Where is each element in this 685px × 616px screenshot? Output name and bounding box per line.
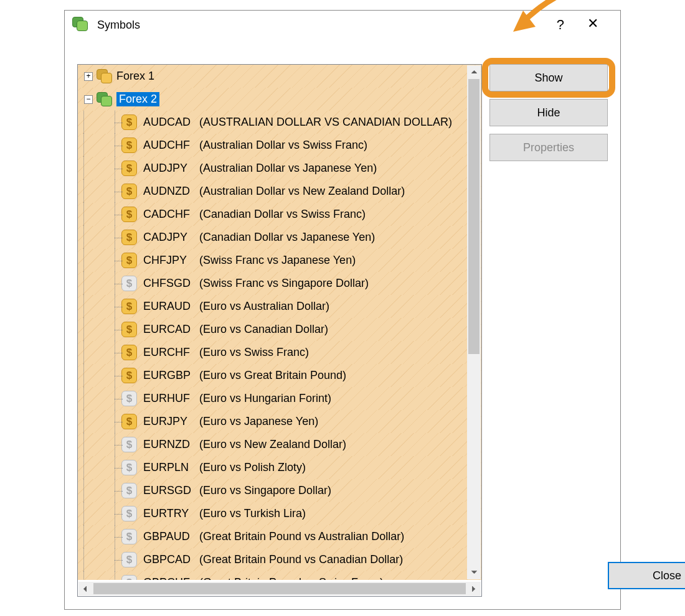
symbol-label: CHFSGD (Swiss Franc vs Singapore Dollar) xyxy=(143,277,369,290)
symbol-icon: $ xyxy=(121,575,137,580)
expand-icon[interactable]: + xyxy=(84,72,93,81)
symbol-label: AUDJPY (Australian Dollar vs Japanese Ye… xyxy=(143,162,377,175)
symbol-icon: $ xyxy=(121,391,137,406)
symbol-icon: $ xyxy=(121,437,137,452)
symbol-label: CADJPY (Canadian Dollar vs Japanese Yen) xyxy=(143,231,375,244)
symbol-icon: $ xyxy=(121,483,137,498)
tree-item[interactable]: $ CADCHF (Canadian Dollar vs Swiss Franc… xyxy=(78,203,481,226)
button-panel: Show Hide Properties Close xyxy=(489,64,608,597)
symbol-label: GBPCHF (Great Britain Pound vs Swiss Fra… xyxy=(143,576,384,580)
tree-item[interactable]: $ EURJPY (Euro vs Japanese Yen) xyxy=(78,410,481,433)
symbol-icon: $ xyxy=(121,460,137,475)
tree-item[interactable]: $ EURTRY (Euro vs Turkish Lira) xyxy=(78,502,481,525)
tree-item[interactable]: $ AUDCHF (Australian Dollar vs Swiss Fra… xyxy=(78,134,481,157)
symbol-icon: $ xyxy=(121,207,137,222)
tree-item[interactable]: $ EURCAD (Euro vs Canadian Dollar) xyxy=(78,318,481,341)
symbol-label: EURCAD (Euro vs Canadian Dollar) xyxy=(143,323,328,336)
scroll-up-icon[interactable]: ⏶ xyxy=(467,65,481,79)
symbol-label: AUDCAD (AUSTRALIAN DOLLAR VS CANADIAN DO… xyxy=(143,116,452,129)
symbol-icon: $ xyxy=(121,276,137,291)
tree-item[interactable]: $ EURGBP (Euro vs Great Britain Pound) xyxy=(78,364,481,387)
dialog-title: Symbols xyxy=(97,19,140,32)
symbol-label: EURJPY (Euro vs Japanese Yen) xyxy=(143,415,318,428)
properties-button: Properties xyxy=(489,134,608,161)
symbol-icon: $ xyxy=(121,114,137,130)
symbol-icon: $ xyxy=(121,345,137,360)
symbol-icon: $ xyxy=(121,253,137,268)
tree-item[interactable]: $ EURNZD (Euro vs New Zealand Dollar) xyxy=(78,433,481,456)
symbol-icon: $ xyxy=(121,138,137,153)
tree-view[interactable]: + Forex 1 − Forex 2 $ AUDCAD (AUSTRALIAN… xyxy=(78,65,481,580)
tree-item[interactable]: $ EURCHF (Euro vs Swiss Franc) xyxy=(78,341,481,364)
symbol-label: CHFJPY (Swiss Franc vs Japanese Yen) xyxy=(143,254,356,267)
horizontal-scroll-thumb[interactable] xyxy=(93,583,466,594)
tree-item[interactable]: $ CHFSGD (Swiss Franc vs Singapore Dolla… xyxy=(78,272,481,295)
tree-item[interactable]: $ EURSGD (Euro vs Singapore Dollar) xyxy=(78,479,481,502)
symbol-label: EURGBP (Euro vs Great Britain Pound) xyxy=(143,369,346,382)
tree-item[interactable]: $ CHFJPY (Swiss Franc vs Japanese Yen) xyxy=(78,249,481,272)
horizontal-scrollbar[interactable]: ⏴ ⏵ xyxy=(78,582,481,595)
group-label: Forex 1 xyxy=(116,70,154,83)
vertical-scroll-thumb[interactable] xyxy=(468,79,479,354)
symbol-icon: $ xyxy=(121,414,137,429)
vertical-scrollbar[interactable]: ⏶ ⏷ xyxy=(467,65,481,579)
close-icon[interactable]: ✕ xyxy=(587,16,598,32)
tree-item[interactable]: $ EURAUD (Euro vs Australian Dollar) xyxy=(78,295,481,318)
scroll-down-icon[interactable]: ⏷ xyxy=(467,566,481,579)
symbol-icon: $ xyxy=(121,529,137,544)
help-icon[interactable]: ? xyxy=(557,17,564,33)
symbol-icon: $ xyxy=(121,368,137,383)
symbol-label: CADCHF (Canadian Dollar vs Swiss Franc) xyxy=(143,208,366,221)
titlebar: Symbols ? ✕ xyxy=(65,11,620,39)
tree-panel: + Forex 1 − Forex 2 $ AUDCAD (AUSTRALIAN… xyxy=(77,64,482,597)
symbol-label: EURPLN (Euro vs Polish Zloty) xyxy=(143,461,306,474)
tree-item[interactable]: $ CADJPY (Canadian Dollar vs Japanese Ye… xyxy=(78,226,481,249)
tree-item[interactable]: $ EURPLN (Euro vs Polish Zloty) xyxy=(78,456,481,479)
scroll-right-icon[interactable]: ⏵ xyxy=(467,582,481,595)
tree-item[interactable]: $ EURHUF (Euro vs Hungarian Forint) xyxy=(78,387,481,410)
symbol-icon: $ xyxy=(121,552,137,567)
close-button[interactable]: Close xyxy=(608,562,685,589)
tree-group-forex1[interactable]: + Forex 1 xyxy=(78,65,481,88)
symbol-label: EURNZD (Euro vs New Zealand Dollar) xyxy=(143,438,346,451)
symbol-label: AUDNZD (Australian Dollar vs New Zealand… xyxy=(143,185,405,198)
symbol-icon: $ xyxy=(121,230,137,245)
symbol-icon: $ xyxy=(121,322,137,337)
symbol-label: EURCHF (Euro vs Swiss Franc) xyxy=(143,346,309,359)
collapse-icon[interactable]: − xyxy=(84,95,93,104)
symbol-label: EURAUD (Euro vs Australian Dollar) xyxy=(143,300,329,313)
group-label: Forex 2 xyxy=(116,92,159,106)
folder-icon xyxy=(97,92,113,107)
symbol-label: EURTRY (Euro vs Turkish Lira) xyxy=(143,507,306,520)
show-button[interactable]: Show xyxy=(489,64,608,91)
symbols-dialog: Symbols ? ✕ + Forex 1 − Forex 2 $ AUDCAD… xyxy=(64,10,621,610)
symbol-label: GBPCAD (Great Britain Pound vs Canadian … xyxy=(143,553,403,566)
symbol-icon: $ xyxy=(121,299,137,314)
symbol-label: AUDCHF (Australian Dollar vs Swiss Franc… xyxy=(143,139,367,152)
tree-item[interactable]: $ GBPCAD (Great Britain Pound vs Canadia… xyxy=(78,548,481,571)
symbol-icon: $ xyxy=(121,161,137,176)
folder-icon xyxy=(97,69,113,84)
tree-item[interactable]: $ GBPAUD (Great Britain Pound vs Austral… xyxy=(78,525,481,548)
tree-item[interactable]: $ AUDCAD (AUSTRALIAN DOLLAR VS CANADIAN … xyxy=(78,111,481,134)
symbols-app-icon xyxy=(72,17,90,33)
tree-item[interactable]: $ GBPCHF (Great Britain Pound vs Swiss F… xyxy=(78,571,481,580)
tree-item[interactable]: $ AUDJPY (Australian Dollar vs Japanese … xyxy=(78,157,481,180)
symbol-label: GBPAUD (Great Britain Pound vs Australia… xyxy=(143,530,404,543)
symbol-label: EURHUF (Euro vs Hungarian Forint) xyxy=(143,392,331,405)
symbol-icon: $ xyxy=(121,184,137,199)
tree-item[interactable]: $ AUDNZD (Australian Dollar vs New Zeala… xyxy=(78,180,481,203)
hide-button[interactable]: Hide xyxy=(489,99,608,126)
symbol-label: EURSGD (Euro vs Singapore Dollar) xyxy=(143,484,331,497)
symbol-icon: $ xyxy=(121,506,137,521)
tree-group-forex2[interactable]: − Forex 2 xyxy=(78,88,481,111)
scroll-left-icon[interactable]: ⏴ xyxy=(78,582,92,595)
